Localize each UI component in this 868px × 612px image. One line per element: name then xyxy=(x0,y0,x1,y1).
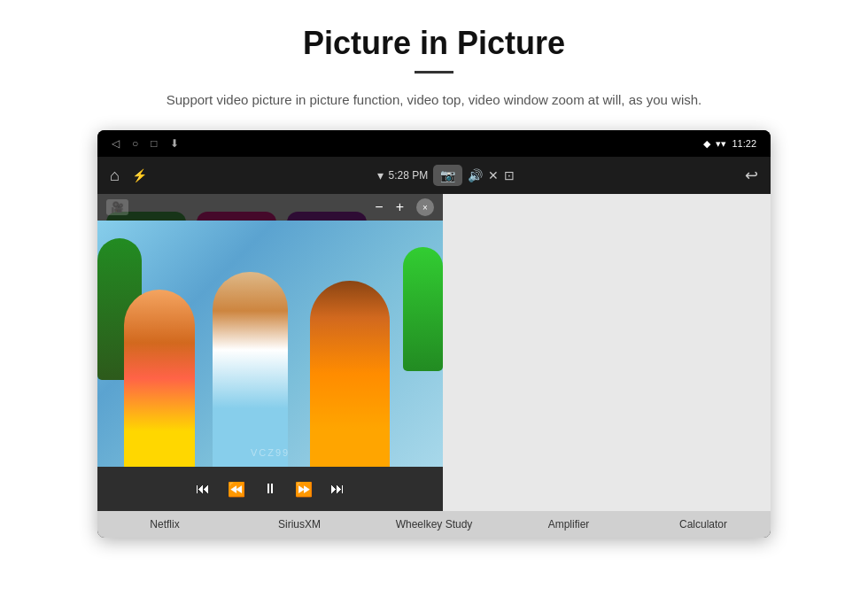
pip-minus[interactable]: − xyxy=(375,199,383,215)
page-subtitle: Support video picture in picture functio… xyxy=(167,89,701,111)
wifi-signal-icon: ▾▾ xyxy=(716,138,726,150)
action-bar-right: ↩ xyxy=(745,166,758,185)
bottom-label-siriusxm[interactable]: SiriusXM xyxy=(232,518,367,531)
page-title: Picture in Picture xyxy=(303,25,565,62)
bottom-label-wheelkey[interactable]: Wheelkey Study xyxy=(367,518,501,531)
video-watermark: VCZ99 xyxy=(251,447,290,458)
window-icon[interactable]: ⊡ xyxy=(504,168,515,182)
pip-close[interactable]: × xyxy=(416,198,434,216)
main-content: 🎥 − + × xyxy=(97,194,771,511)
usb-icon: ⚡ xyxy=(132,168,147,182)
status-time: 11:22 xyxy=(732,138,756,149)
action-bar-center: ▾ 5:28 PM 📷 🔊 ✕ ⊡ xyxy=(377,165,515,186)
action-bar-time: 5:28 PM xyxy=(389,169,429,182)
back-nav-icon[interactable]: ◁ xyxy=(112,137,120,150)
play-pause-button[interactable]: ⏸ xyxy=(263,481,277,497)
page-container: Picture in Picture Support video picture… xyxy=(0,0,868,612)
bottom-label-netflix[interactable]: Netflix xyxy=(97,518,232,531)
person-2 xyxy=(213,272,288,467)
back-button[interactable]: ↩ xyxy=(745,166,758,185)
action-bar-left: ⌂ ⚡ xyxy=(110,167,147,185)
video-playback: ⏮ ⏪ ⏸ ⏩ ⏭ xyxy=(97,467,443,511)
pip-video-panel[interactable]: 🎥 − + × xyxy=(97,194,443,511)
location-icon: ◆ xyxy=(703,138,710,150)
camera-button[interactable]: 📷 xyxy=(433,165,462,186)
status-bar: ◁ ○ □ ⬇ ◆ ▾▾ 11:22 xyxy=(97,130,771,157)
pip-plus[interactable]: + xyxy=(396,199,404,215)
home-nav-icon[interactable]: ○ xyxy=(132,137,138,150)
recents-nav-icon[interactable]: □ xyxy=(151,137,157,150)
person-1 xyxy=(124,290,195,467)
home-icon[interactable]: ⌂ xyxy=(110,167,120,185)
forward-button[interactable]: ⏭ xyxy=(330,481,345,497)
video-area: VCZ99 xyxy=(97,221,443,467)
status-bar-right: ◆ ▾▾ 11:22 xyxy=(703,138,756,150)
title-divider xyxy=(415,71,453,74)
wifi-icon-action: ▾ xyxy=(377,168,384,182)
tree-right xyxy=(403,247,443,371)
action-bar: ⌂ ⚡ ▾ 5:28 PM 📷 🔊 ✕ ⊡ ↩ xyxy=(97,157,771,194)
pip-camera-icon: 🎥 xyxy=(106,199,128,215)
video-scene: VCZ99 xyxy=(97,221,443,467)
download-nav-icon[interactable]: ⬇ xyxy=(170,137,179,150)
bottom-labels-bar: Netflix SiriusXM Wheelkey Study Amplifie… xyxy=(97,511,771,538)
prev-button[interactable]: ⏪ xyxy=(228,481,245,498)
device-frame: ◁ ○ □ ⬇ ◆ ▾▾ 11:22 ⌂ ⚡ ▾ 5:28 PM 📷 🔊 xyxy=(97,130,771,538)
bottom-label-amplifier[interactable]: Amplifier xyxy=(501,518,636,531)
volume-icon[interactable]: 🔊 xyxy=(468,168,483,182)
pip-controls: − + × xyxy=(375,198,434,216)
close-action-icon[interactable]: ✕ xyxy=(488,168,499,182)
nav-buttons: ◁ ○ □ ⬇ xyxy=(112,137,179,150)
rewind-button[interactable]: ⏮ xyxy=(196,481,210,497)
next-button[interactable]: ⏩ xyxy=(295,481,313,498)
bottom-label-calculator[interactable]: Calculator xyxy=(636,518,771,531)
pip-header: 🎥 − + × xyxy=(97,194,443,221)
person-3 xyxy=(310,281,390,467)
